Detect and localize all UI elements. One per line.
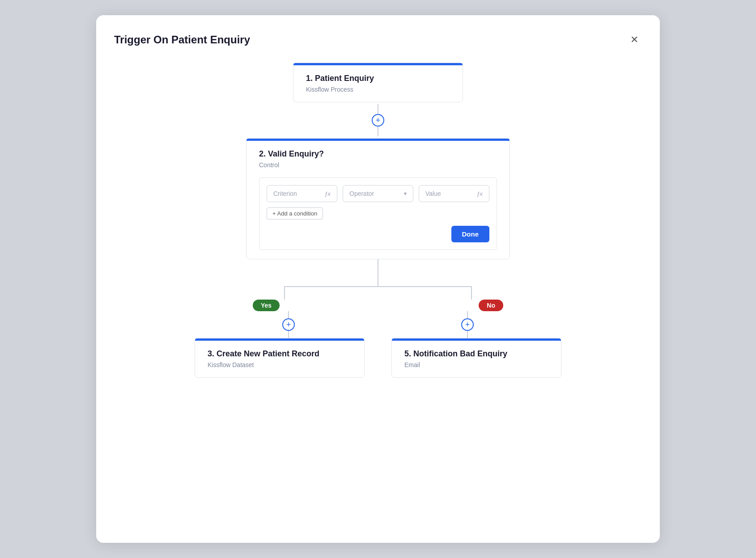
no-badge: No (479, 300, 503, 311)
yes-badge: Yes (253, 300, 280, 311)
left-line-b (288, 331, 289, 338)
criterion-placeholder: Criterion (273, 190, 297, 197)
add-step-button-right[interactable]: + (461, 318, 474, 331)
line-from-step2 (378, 259, 378, 273)
operator-chevron-icon: ▾ (404, 190, 407, 197)
value-fx-icon: ƒx (476, 190, 483, 197)
criterion-fx-icon: ƒx (324, 190, 331, 197)
value-placeholder: Value (425, 190, 441, 197)
fields-row: Criterion ƒx Operator ▾ Value ƒx (267, 185, 489, 202)
plus-icon-1: + (376, 116, 381, 124)
operator-field[interactable]: Operator ▾ (343, 185, 413, 202)
left-line-a (288, 311, 289, 318)
plus-icon-right: + (465, 321, 470, 329)
add-step-button-1[interactable]: + (372, 114, 384, 127)
branch-v-top (378, 273, 378, 286)
branch-plus-area: + + (195, 311, 561, 338)
step5-subtitle: Email (404, 361, 548, 368)
node-step3: 3. Create New Patient Record Kissflow Da… (195, 338, 365, 378)
done-button[interactable]: Done (451, 226, 490, 242)
close-button[interactable]: ✕ (627, 33, 642, 46)
criterion-field[interactable]: Criterion ƒx (267, 185, 337, 202)
line-1a (378, 104, 378, 114)
step5-title: 5. Notification Bad Enquiry (404, 349, 548, 359)
node-step5: 5. Notification Bad Enquiry Email (391, 338, 561, 378)
step1-subtitle: Kissflow Process (306, 86, 450, 93)
connector-1: + (372, 102, 384, 138)
branch-section: Yes No + + (114, 259, 642, 378)
add-step-button-left[interactable]: + (282, 318, 295, 331)
modal-header: Trigger On Patient Enquiry ✕ (114, 33, 642, 46)
step3-subtitle: Kissflow Dataset (208, 361, 352, 368)
add-condition-button[interactable]: + Add a condition (267, 207, 323, 220)
branch-v-left (284, 286, 285, 300)
node-step2: 2. Valid Enquiry? Control Criterion ƒx O… (246, 138, 510, 259)
branch-h-line (284, 286, 472, 287)
branch-right-plus: + (461, 311, 474, 338)
plus-icon-left: + (286, 321, 291, 329)
value-field[interactable]: Value ƒx (419, 185, 489, 202)
bottom-nodes: 3. Create New Patient Record Kissflow Da… (195, 338, 561, 378)
step2-subtitle: Control (259, 161, 497, 169)
modal-title: Trigger On Patient Enquiry (114, 34, 250, 46)
operator-placeholder: Operator (349, 190, 374, 197)
step2-title: 2. Valid Enquiry? (259, 149, 497, 159)
right-line-b (467, 331, 468, 338)
line-1b (378, 127, 378, 136)
step3-title: 3. Create New Patient Record (208, 349, 352, 359)
modal-container: Trigger On Patient Enquiry ✕ 1. Patient … (96, 15, 660, 543)
flow-container: 1. Patient Enquiry Kissflow Process + 2.… (114, 63, 642, 378)
control-area: Criterion ƒx Operator ▾ Value ƒx + Add a… (259, 178, 497, 250)
branch-connector (195, 273, 561, 300)
branch-labels: Yes No (195, 300, 561, 311)
right-line-a (467, 311, 468, 318)
done-row: Done (267, 226, 489, 242)
branch-v-right (471, 286, 472, 300)
branch-left-plus: + (282, 311, 295, 338)
node-step1: 1. Patient Enquiry Kissflow Process (293, 63, 463, 102)
step1-title: 1. Patient Enquiry (306, 74, 450, 83)
